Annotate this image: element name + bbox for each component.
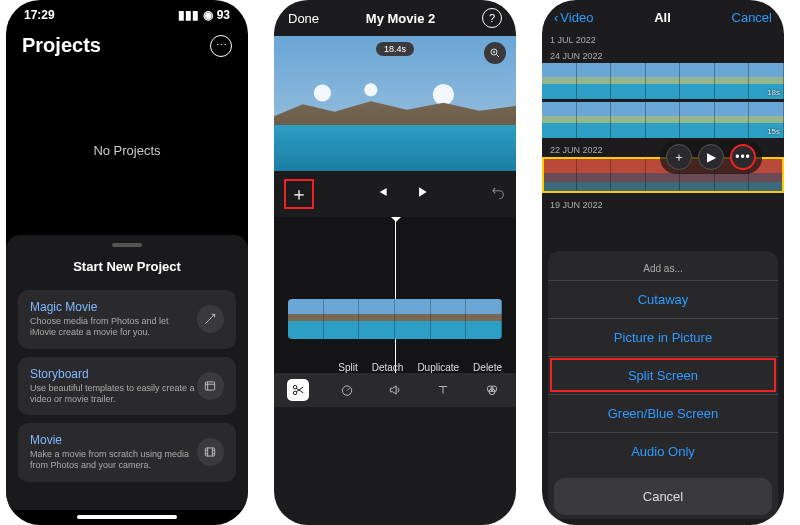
section-header: 1 JUL 2022 bbox=[542, 31, 784, 47]
wand-icon bbox=[197, 305, 224, 333]
phone-editor: Done My Movie 2 ? 18.4s ＋ Split bbox=[274, 0, 516, 525]
movie-card[interactable]: Movie Make a movie from scratch using me… bbox=[18, 423, 236, 482]
clip-thumb bbox=[324, 299, 360, 339]
card-text: Magic Movie Choose media from Photos and… bbox=[30, 300, 197, 339]
help-button[interactable]: ? bbox=[482, 8, 502, 28]
media-clip[interactable]: 15s bbox=[542, 102, 784, 138]
empty-state-label: No Projects bbox=[93, 143, 160, 158]
card-desc: Make a movie from scratch using media fr… bbox=[30, 449, 197, 472]
timeline-clip[interactable] bbox=[288, 299, 502, 339]
undo-button[interactable] bbox=[490, 184, 506, 204]
clip-thumb bbox=[466, 299, 502, 339]
add-media-button[interactable]: ＋ bbox=[284, 179, 314, 209]
card-desc: Use beautiful templates to easily create… bbox=[30, 383, 197, 406]
page-title: Projects bbox=[22, 34, 101, 57]
add-as-sheet: Add as... Cutaway Picture in Picture Spl… bbox=[548, 251, 778, 519]
option-picture-in-picture[interactable]: Picture in Picture bbox=[548, 318, 778, 356]
clip-thumb bbox=[431, 299, 467, 339]
titles-tool[interactable] bbox=[432, 379, 454, 401]
cancel-button[interactable]: Cancel bbox=[732, 10, 772, 25]
section-header: 19 JUN 2022 bbox=[542, 196, 784, 212]
sheet-cancel-button[interactable]: Cancel bbox=[554, 478, 772, 515]
clip-thumb bbox=[395, 299, 431, 339]
skip-back-button[interactable] bbox=[375, 185, 389, 203]
magic-movie-card[interactable]: Magic Movie Choose media from Photos and… bbox=[18, 290, 236, 349]
home-indicator[interactable] bbox=[77, 515, 177, 519]
play-button[interactable] bbox=[415, 185, 429, 203]
signal-icon: ▮▮▮ bbox=[178, 8, 199, 22]
card-title: Movie bbox=[30, 433, 197, 447]
preview-clip-button[interactable]: ▶ bbox=[698, 144, 724, 170]
chevron-left-icon: ‹ bbox=[554, 10, 558, 25]
start-project-drawer: Start New Project Magic Movie Choose med… bbox=[6, 235, 248, 510]
phone-projects: 17:29 ▮▮▮ ◉ 93 Projects ⋯ No Projects St… bbox=[6, 0, 248, 525]
media-clip[interactable]: 18s bbox=[542, 63, 784, 99]
media-list[interactable]: 1 JUL 2022 24 JUN 2022 18s 15s 22 JUN 20… bbox=[542, 31, 784, 212]
storyboard-icon bbox=[197, 372, 224, 400]
card-text: Storyboard Use beautiful templates to ea… bbox=[30, 367, 197, 406]
transport-controls bbox=[375, 185, 429, 203]
card-title: Magic Movie bbox=[30, 300, 197, 314]
speed-tool[interactable] bbox=[336, 379, 358, 401]
back-label: Video bbox=[560, 10, 593, 25]
projects-header: Projects ⋯ bbox=[6, 30, 248, 65]
wifi-icon: ◉ bbox=[203, 8, 213, 22]
segment-all[interactable]: All bbox=[654, 10, 671, 25]
editor-toolbar bbox=[274, 373, 516, 407]
storyboard-card[interactable]: Storyboard Use beautiful templates to ea… bbox=[18, 357, 236, 416]
duration-badge: 18.4s bbox=[376, 42, 414, 56]
scissors-tool[interactable] bbox=[287, 379, 309, 401]
split-action[interactable]: Split bbox=[338, 362, 357, 373]
clouds-icon bbox=[274, 77, 516, 109]
status-right: ▮▮▮ ◉ 93 bbox=[178, 8, 230, 22]
sheet-header: Add as... bbox=[548, 259, 778, 280]
option-audio-only[interactable]: Audio Only bbox=[548, 432, 778, 470]
detach-action[interactable]: Detach bbox=[372, 362, 404, 373]
more-menu-button[interactable]: ⋯ bbox=[210, 35, 232, 57]
empty-state: No Projects bbox=[6, 65, 248, 235]
delete-action[interactable]: Delete bbox=[473, 362, 502, 373]
clip-actions: Split Detach Duplicate Delete bbox=[338, 362, 502, 373]
filters-tool[interactable] bbox=[481, 379, 503, 401]
phone-media-picker: ‹ Video All Cancel 1 JUL 2022 24 JUN 202… bbox=[542, 0, 784, 525]
clip-thumb bbox=[359, 299, 395, 339]
preview-lake bbox=[274, 125, 516, 171]
clip-thumb bbox=[288, 299, 324, 339]
project-title: My Movie 2 bbox=[366, 11, 435, 26]
card-desc: Choose media from Photos and let iMovie … bbox=[30, 316, 197, 339]
notch bbox=[82, 0, 172, 26]
done-button[interactable]: Done bbox=[288, 11, 319, 26]
clip-duration: 18s bbox=[767, 88, 780, 97]
add-clip-button[interactable]: ＋ bbox=[666, 144, 692, 170]
selected-clip-wrap: ＋ ▶ ••• bbox=[542, 157, 784, 193]
picker-header: ‹ Video All Cancel bbox=[542, 0, 784, 31]
timeline[interactable]: Split Detach Duplicate Delete bbox=[274, 217, 516, 407]
video-preview[interactable]: 18.4s bbox=[274, 36, 516, 171]
battery-pct: 93 bbox=[217, 8, 230, 22]
option-cutaway[interactable]: Cutaway bbox=[548, 280, 778, 318]
film-icon bbox=[197, 438, 224, 466]
editor-header: Done My Movie 2 ? bbox=[274, 0, 516, 36]
option-green-blue-screen[interactable]: Green/Blue Screen bbox=[548, 394, 778, 432]
duplicate-action[interactable]: Duplicate bbox=[417, 362, 459, 373]
svg-rect-0 bbox=[206, 382, 215, 390]
svg-rect-1 bbox=[206, 448, 215, 456]
clip-float-controls: ＋ ▶ ••• bbox=[660, 140, 762, 174]
back-button[interactable]: ‹ Video bbox=[554, 10, 593, 25]
status-time: 17:29 bbox=[24, 8, 55, 22]
transport-row: ＋ bbox=[274, 171, 516, 217]
expand-preview-button[interactable] bbox=[484, 42, 506, 64]
clip-duration: 15s bbox=[767, 127, 780, 136]
option-split-screen[interactable]: Split Screen bbox=[548, 356, 778, 394]
section-header: 24 JUN 2022 bbox=[542, 47, 784, 63]
card-title: Storyboard bbox=[30, 367, 197, 381]
drawer-title: Start New Project bbox=[14, 259, 240, 274]
card-text: Movie Make a movie from scratch using me… bbox=[30, 433, 197, 472]
volume-tool[interactable] bbox=[384, 379, 406, 401]
clip-more-button[interactable]: ••• bbox=[730, 144, 756, 170]
drawer-handle[interactable] bbox=[112, 243, 142, 247]
